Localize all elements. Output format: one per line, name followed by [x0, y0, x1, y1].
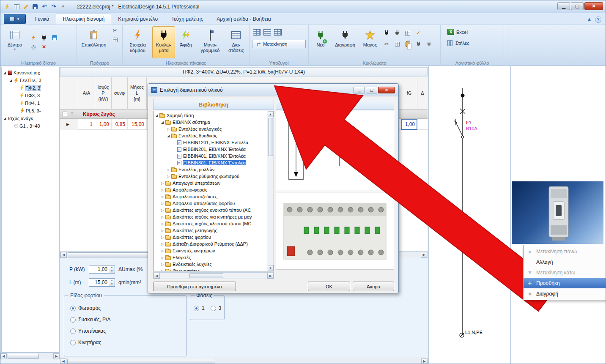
- excel-button[interactable]: X Excel: [445, 28, 499, 36]
- scroll-left-icon[interactable]: ◀: [60, 252, 67, 258]
- single-line-button[interactable]: Μονο- γραμμικό: [197, 26, 223, 58]
- library-tree-item[interactable]: EIBBIN801, EIB/KNX Έντολέα: [154, 159, 267, 166]
- add-to-favorites-button[interactable]: Προσθήκη στα αγαπημένα: [153, 282, 236, 291]
- library-tree-item[interactable]: Εντολέας αναλογικός: [154, 126, 267, 132]
- cell-aa[interactable]: 1: [78, 119, 95, 130]
- circuit-plug-b-icon[interactable]: [392, 29, 402, 37]
- expand-collapse-icon[interactable]: [155, 114, 159, 118]
- wizard-button[interactable]: Μαγος: [359, 26, 381, 58]
- library-tree-item[interactable]: EIBBIN1201, EIB/KNX Έντολέα: [154, 139, 267, 146]
- circuit-cut-icon[interactable]: ✂: [382, 40, 391, 48]
- network-connect-icon[interactable]: [50, 33, 59, 42]
- expand-collapse-icon[interactable]: [167, 168, 171, 172]
- expand-collapse-icon[interactable]: [161, 181, 165, 185]
- expand-collapse-icon[interactable]: [161, 242, 165, 246]
- maximize-button[interactable]: ▢: [571, 2, 584, 10]
- breaker-name-label[interactable]: F1: [466, 120, 472, 125]
- network-delete-icon[interactable]: ✕: [39, 43, 49, 51]
- columns-button[interactable]: Στήλες: [445, 39, 499, 47]
- application-menu-button[interactable]: ▼: [4, 14, 26, 24]
- circuit-plug-d-icon[interactable]: [424, 40, 433, 48]
- context-menu-item[interactable]: ▼ Μετακίνηση κάτω: [524, 267, 606, 278]
- subload-table-down-icon[interactable]: [273, 28, 282, 36]
- circuit-plug-c-icon[interactable]: [414, 40, 423, 48]
- tree-horizontal-scrollbar[interactable]: ◀ ▶: [0, 353, 60, 359]
- node-elements-button[interactable]: Στοιχεία κόμβου: [124, 26, 151, 58]
- scroll-left-icon[interactable]: ◀: [154, 273, 160, 279]
- expand-collapse-icon[interactable]: [161, 263, 165, 266]
- context-menu-item[interactable]: + Προσθήκη: [524, 278, 606, 288]
- close-button[interactable]: ✕: [584, 2, 603, 10]
- circuit-copy-icon[interactable]: [392, 40, 402, 48]
- library-tree-item[interactable]: EIBBIN201, EIB/KNX Έντολέα: [154, 146, 267, 153]
- library-tree-item[interactable]: Ασφαλειο-αποζεύκτες φορτίου: [154, 200, 267, 207]
- save-icon[interactable]: [32, 3, 38, 10]
- ribbon-collapse-icon[interactable]: ▲: [587, 16, 592, 23]
- expand-collapse-icon[interactable]: [161, 235, 165, 239]
- library-tree-item[interactable]: Διακόπτες μεταγωγής: [154, 227, 267, 234]
- breaker-rating-label[interactable]: B10A: [466, 126, 477, 131]
- column-cosphi[interactable]: συνφ: [112, 77, 128, 109]
- library-tree-item[interactable]: Εντολέας δυαδικός: [154, 132, 267, 139]
- network-tree-item[interactable]: Γεν.Πιν., 3: [2, 77, 59, 84]
- expand-collapse-icon[interactable]: [161, 249, 165, 253]
- scroll-left-icon[interactable]: ◀: [60, 359, 66, 364]
- library-tree-item[interactable]: Χαμηλή τάση: [154, 112, 267, 119]
- expand-collapse-icon[interactable]: [161, 120, 165, 124]
- library-tree-item[interactable]: Διακόπτες φορτίου: [154, 234, 267, 241]
- circuit-edit-icon[interactable]: [403, 29, 412, 37]
- minimize-button[interactable]: ▁: [557, 2, 570, 10]
- tree-panel-icon[interactable]: [13, 3, 20, 10]
- network-tree-item[interactable]: Κανονική ισχ: [2, 69, 59, 77]
- network-plug-icon[interactable]: [39, 33, 49, 42]
- library-tree-item[interactable]: Ελεγκτές: [154, 254, 267, 261]
- expand-collapse-icon[interactable]: [161, 202, 165, 205]
- circuit-plug-a-icon[interactable]: [382, 29, 391, 37]
- cell-cosphi[interactable]: 0,85: [112, 119, 128, 130]
- dialog-close-button[interactable]: ✕: [378, 87, 395, 93]
- network-tree-item[interactable]: Ισχύς ανάγκ: [2, 115, 59, 122]
- main-horizontal-scrollbar[interactable]: ◀ ▶: [60, 358, 428, 364]
- phase-radio[interactable]: 3: [211, 305, 222, 311]
- library-tree-item[interactable]: Ασφάλειο-φορείς: [154, 186, 267, 193]
- network-tree-item[interactable]: ΠΦ4, 1: [2, 99, 59, 107]
- expand-collapse-icon[interactable]: [167, 134, 171, 138]
- library-tree-item[interactable]: EIBBIN401, EIB/KNX Έντολέα: [154, 153, 267, 159]
- column-delta[interactable]: Δ: [417, 77, 428, 109]
- edit-pencil-icon[interactable]: [22, 3, 29, 10]
- ribbon-tab[interactable]: Τεύχη μελέτης: [165, 14, 210, 25]
- load-type-radio[interactable]: Κινητήρας: [70, 339, 101, 345]
- library-tree-item[interactable]: Διάταξη Διαφορικού Ρεύματος (ΔΔΡ): [154, 241, 267, 247]
- expand-collapse-icon[interactable]: [167, 127, 171, 131]
- network-tree-item[interactable]: ΠΦ2, 3: [2, 84, 59, 92]
- scroll-left-icon[interactable]: ◀: [0, 353, 7, 359]
- library-tree-item[interactable]: Εντολέας ρύθμισης φωτισμού: [154, 173, 267, 180]
- circuit-paste-icon[interactable]: [403, 40, 412, 48]
- undo-icon[interactable]: ↶: [41, 3, 48, 10]
- network-bolt-icon[interactable]: [29, 33, 38, 42]
- l-input[interactable]: 15,00 ▲▼: [89, 278, 115, 287]
- scroll-right-icon[interactable]: ▶: [53, 353, 60, 359]
- network-tree-item[interactable]: PL5, 3-: [2, 107, 59, 115]
- scroll-up-icon[interactable]: ▲: [268, 111, 274, 117]
- arrival-button[interactable]: Άφιξη: [176, 26, 196, 58]
- network-tree-item[interactable]: ΠΦ3, 3: [2, 92, 59, 99]
- ribbon-tab[interactable]: Ηλεκτρική διανομή: [56, 14, 111, 25]
- column-fg[interactable]: fG: [401, 77, 417, 109]
- expand-collapse-icon[interactable]: [161, 229, 165, 233]
- dimensions-button[interactable]: Δια- στάσεις: [225, 26, 247, 58]
- expand-collapse-icon[interactable]: [161, 269, 165, 271]
- library-tree-item[interactable]: Θερμοστάτες: [154, 268, 267, 271]
- expand-collapse-icon[interactable]: [3, 117, 8, 120]
- library-tree-item[interactable]: EIB/KNX σύστημα: [154, 119, 267, 126]
- expand-collapse-icon[interactable]: [161, 188, 165, 192]
- library-tree-item[interactable]: Απαγωγοί υπερτάσεων: [154, 180, 267, 186]
- ribbon-tab[interactable]: Αρχική σελίδα - Βοήθεια: [210, 14, 277, 25]
- expand-collapse-icon[interactable]: [161, 215, 165, 219]
- qat-dropdown-icon[interactable]: ▼: [60, 3, 66, 10]
- library-tree-item[interactable]: Ενδεικτικές λυχνίες: [154, 261, 267, 268]
- circuit-check-icon[interactable]: ✓: [414, 29, 423, 37]
- p-input[interactable]: 1,00 ▲▼: [89, 265, 115, 274]
- tree-button[interactable]: Δέντρο ▼: [2, 26, 27, 58]
- library-tab[interactable]: Βιβλιοθήκη: [153, 99, 274, 110]
